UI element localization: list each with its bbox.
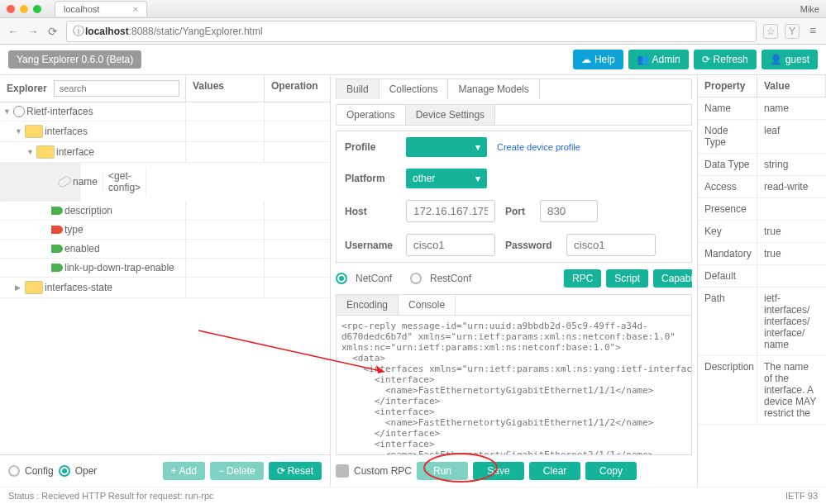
browser-tab[interactable]: localhost × xyxy=(55,1,147,17)
reset-icon: ⟳ xyxy=(277,465,285,477)
script-button[interactable]: Script xyxy=(606,269,648,288)
tree-label: interface xyxy=(56,146,94,158)
leafg-icon xyxy=(51,207,63,215)
tab-console[interactable]: Console xyxy=(399,295,456,315)
property-row: Pathietf-interfaces/ interfaces/ interfa… xyxy=(698,288,826,356)
property-row: Presence xyxy=(698,198,826,221)
restconf-radio[interactable] xyxy=(410,273,422,284)
min-dot[interactable] xyxy=(20,5,28,13)
password-input[interactable] xyxy=(566,234,656,256)
save-button[interactable]: Save xyxy=(473,462,524,480)
search-input[interactable] xyxy=(54,80,179,97)
chevron-down-icon: ▾ xyxy=(475,173,480,184)
tree-row[interactable]: type xyxy=(0,221,330,240)
tree-label: name xyxy=(73,176,98,188)
info-icon: ⓘ xyxy=(72,24,85,39)
tree-row[interactable]: description xyxy=(0,202,330,221)
tree-row[interactable]: link-up-down-trap-enable xyxy=(0,259,330,278)
platform-select[interactable]: other▾ xyxy=(406,169,487,188)
tab-title: localhost xyxy=(64,4,99,14)
port-input[interactable] xyxy=(540,200,598,222)
config-radio[interactable] xyxy=(8,465,20,477)
code-output[interactable]: <rpc-reply message-id="urn:uuid:a9bbdb2d… xyxy=(336,316,692,455)
tree-row[interactable]: enabled xyxy=(0,240,330,259)
key-icon xyxy=(57,175,73,189)
minus-icon: − xyxy=(218,465,224,477)
expand-icon[interactable]: ▶ xyxy=(15,283,23,292)
leafg-icon xyxy=(51,245,63,253)
custom-rpc-checkbox[interactable] xyxy=(336,464,349,478)
y-ext-icon[interactable]: Y xyxy=(785,24,800,39)
chevron-down-icon: ▾ xyxy=(475,141,480,153)
fold-icon xyxy=(25,281,43,294)
capabilities-button[interactable]: Capabilities xyxy=(653,269,692,288)
property-row: Node Typeleaf xyxy=(698,120,826,154)
create-profile-link[interactable]: Create device profile xyxy=(497,142,580,152)
tab-build[interactable]: Build xyxy=(337,79,380,99)
tree-label: interfaces-state xyxy=(45,282,112,293)
github-icon: ☁ xyxy=(581,54,591,65)
close-icon[interactable]: × xyxy=(132,4,137,14)
tab-device-settings[interactable]: Device Settings xyxy=(406,105,495,125)
tree-row[interactable]: name<get-config> xyxy=(0,163,81,202)
tree-row[interactable]: ▼ interfaces xyxy=(0,121,330,142)
username-input[interactable] xyxy=(406,234,495,256)
property-row: Accessread-write xyxy=(698,176,826,198)
property-row: Namename xyxy=(698,97,826,120)
main-tabs: Build Collections Manage Models xyxy=(336,78,692,99)
values-header: Values xyxy=(186,75,265,102)
copy-button[interactable]: Copy xyxy=(585,462,637,480)
clear-button[interactable]: Clear xyxy=(529,462,580,480)
menu-icon[interactable]: ≡ xyxy=(806,24,819,39)
tab-encoding[interactable]: Encoding xyxy=(337,295,399,315)
explorer-header: Explorer xyxy=(7,83,47,94)
close-dot[interactable] xyxy=(7,5,15,13)
run-button[interactable]: Run xyxy=(417,462,468,480)
reset-button[interactable]: ⟳Reset xyxy=(269,462,322,480)
operation-header: Operation xyxy=(265,75,330,102)
fold-icon xyxy=(25,125,43,138)
tab-collections[interactable]: Collections xyxy=(380,79,449,99)
users-icon: 👥 xyxy=(637,54,649,65)
fold-icon xyxy=(36,145,55,159)
property-row: Data Typestring xyxy=(698,154,826,176)
star-icon[interactable]: ☆ xyxy=(763,24,778,39)
refresh-icon: ⟳ xyxy=(702,54,710,65)
globe-icon xyxy=(13,106,25,117)
tab-manage-models[interactable]: Manage Models xyxy=(448,79,539,99)
expand-icon[interactable]: ▼ xyxy=(3,107,12,116)
guest-button[interactable]: 👤guest xyxy=(762,50,818,69)
tree-label: enabled xyxy=(64,243,100,254)
explorer-panel: Explorer Values Operation ▼ Rietf-interf… xyxy=(0,75,331,487)
center-panel: Build Collections Manage Models Operatio… xyxy=(331,75,697,487)
profile-select[interactable]: ▾ xyxy=(406,137,487,157)
delete-button[interactable]: −Delete xyxy=(210,462,264,480)
oper-radio[interactable] xyxy=(59,465,70,477)
tree-row[interactable]: ▼ Rietf-interfaces xyxy=(0,102,330,121)
back-icon[interactable]: ← xyxy=(7,25,20,38)
refresh-button[interactable]: ⟳Refresh xyxy=(694,50,757,69)
tree: ▼ Rietf-interfaces▼ interfaces▼ interfac… xyxy=(0,102,330,454)
expand-icon[interactable]: ▼ xyxy=(26,148,35,156)
forward-icon[interactable]: → xyxy=(26,25,40,38)
tree-label: Rietf-interfaces xyxy=(26,106,93,117)
tree-label: interfaces xyxy=(45,126,88,137)
reload-icon[interactable]: ⟳ xyxy=(46,25,60,38)
add-button[interactable]: +Add xyxy=(163,462,205,480)
tree-label: type xyxy=(64,224,84,235)
tree-row[interactable]: ▶ interfaces-state xyxy=(0,278,330,298)
chrome-user: Mike xyxy=(800,4,819,14)
address-bar: ← → ⟳ ⓘ localhost:8088/static/YangExplor… xyxy=(0,18,826,45)
host-input[interactable] xyxy=(406,200,495,222)
status-bar: Status : Recieved HTTP Result for reques… xyxy=(0,487,826,504)
admin-button[interactable]: 👥Admin xyxy=(628,50,689,69)
url-input[interactable]: ⓘ localhost:8088/static/YangExplorer.htm… xyxy=(66,21,757,42)
help-button[interactable]: ☁Help xyxy=(573,50,623,69)
netconf-radio[interactable] xyxy=(336,273,347,284)
tree-row[interactable]: ▼ interface xyxy=(0,142,330,163)
rpc-button[interactable]: RPC xyxy=(564,269,601,288)
leafg-icon xyxy=(51,264,63,272)
tab-operations[interactable]: Operations xyxy=(337,105,406,125)
expand-icon[interactable]: ▼ xyxy=(15,127,23,136)
max-dot[interactable] xyxy=(33,5,41,13)
